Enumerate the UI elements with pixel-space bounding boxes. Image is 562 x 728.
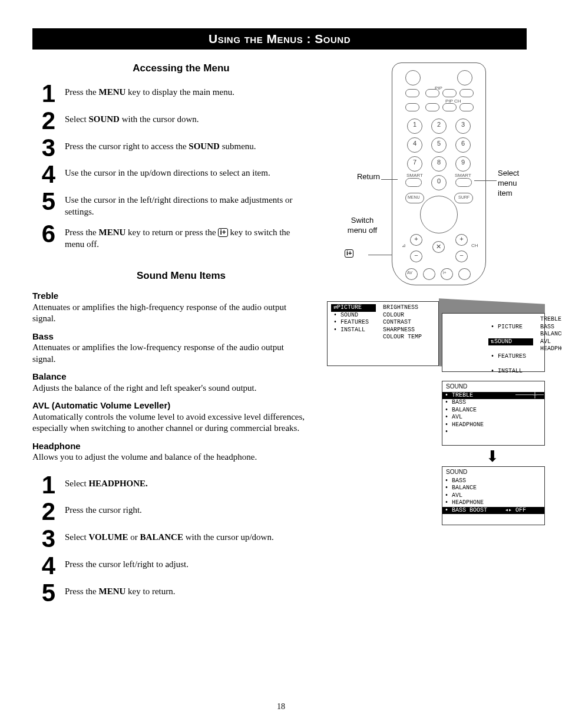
definition-title: Treble	[32, 290, 309, 302]
step-text: Use the cursor in the up/down directions…	[65, 163, 270, 179]
remote-illustration: PIP PIP CH 1 2 3 4 5 6 7 8 9 SM	[327, 62, 527, 286]
step-number: 5	[32, 190, 65, 213]
step-number: 2	[32, 500, 65, 523]
callout-return: Return	[345, 172, 380, 181]
definition-title: AVL (Automatic Volume Leveller)	[32, 400, 309, 411]
callout-select: Select menu item	[498, 169, 527, 199]
step-text: Select HEADPHONE.	[65, 474, 148, 489]
page-number: 18	[0, 702, 562, 711]
definition-title: Balance	[32, 371, 309, 383]
step-text: Press the MENU key to return or press th…	[65, 223, 309, 251]
steps-headphone: 1Select HEADPHONE.2Press the cursor righ…	[32, 474, 309, 604]
definition-body: Attenuates or amplifies the high-frequen…	[32, 302, 309, 325]
definitions: TrebleAttenuates or amplifies the high-f…	[32, 290, 309, 463]
step-text: Press the cursor right to access the SOU…	[65, 137, 256, 152]
definition-body: Adjusts the balance of the right and lef…	[32, 383, 309, 394]
page-title-bar: Using the Menus : Sound	[32, 28, 527, 50]
step-text: Select VOLUME or BALANCE with the cursor…	[65, 528, 274, 543]
step-text: Select SOUND with the cursor down.	[65, 110, 199, 125]
step-number: 6	[32, 223, 65, 245]
step-text: Press the MENU key to display the main m…	[65, 83, 234, 98]
step-text: Press the cursor left/right to adjust.	[65, 555, 189, 570]
step-number: 4	[32, 163, 65, 186]
definition-body: Automatically controls the volume level …	[32, 411, 309, 434]
heading-items: Sound Menu Items	[53, 270, 309, 282]
step-number: 3	[32, 528, 65, 550]
step-text: Press the MENU key to return.	[65, 582, 175, 597]
osd-illustration: ⇄PICTURE• SOUND• FEATURES• INSTALL BRIGH…	[327, 295, 527, 555]
step-number: 2	[32, 110, 65, 132]
steps-access: 1Press the MENU key to display the main …	[32, 83, 309, 250]
step-number: 1	[32, 83, 65, 105]
definition-body: Attenuates or amplifies the low-frequenc…	[32, 342, 309, 365]
step-number: 3	[32, 137, 65, 159]
heading-accessing: Accessing the Menu	[53, 62, 309, 74]
definition-body: Allows you to adjust the volume and bala…	[32, 452, 309, 463]
step-number: 1	[32, 474, 65, 496]
definition-title: Headphone	[32, 440, 309, 452]
step-text: Press the cursor right.	[65, 500, 142, 516]
step-number: 5	[32, 582, 65, 604]
callout-switch: Switch menu off	[345, 216, 380, 236]
step-text: Use the cursor in the left/right directi…	[65, 190, 309, 218]
step-number: 4	[32, 555, 65, 577]
definition-title: Bass	[32, 331, 309, 342]
